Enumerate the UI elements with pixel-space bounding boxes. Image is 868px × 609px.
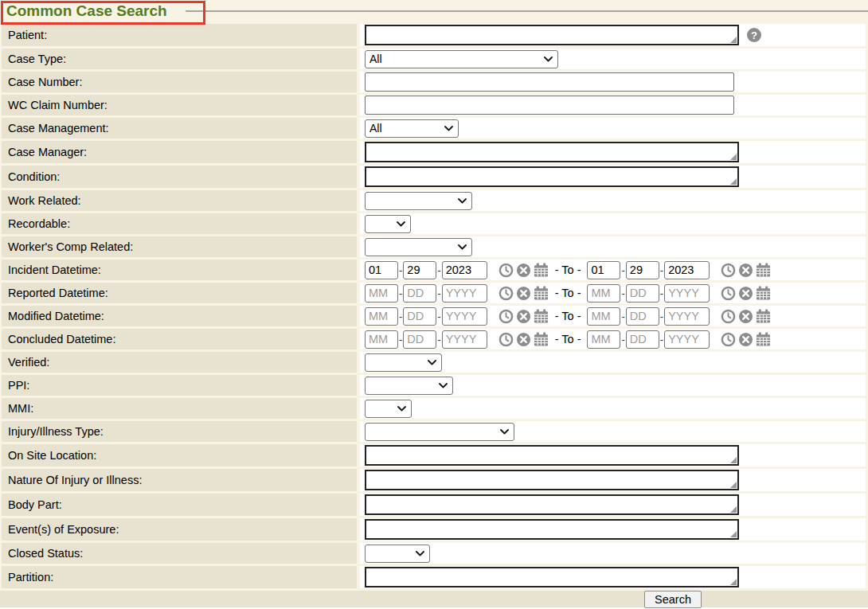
search-button[interactable]: Search [644,591,702,608]
date-separator: - [437,287,440,299]
concluded-to-month-input[interactable] [587,330,620,349]
calendar-icon[interactable] [756,263,771,278]
calendar-icon[interactable] [534,309,549,324]
patient-input[interactable] [365,25,739,45]
injury-illness-type-select[interactable] [365,423,514,441]
date-separator: - [621,264,624,276]
case-manager-input[interactable] [365,142,739,162]
field-cell [360,352,866,373]
clock-icon[interactable] [721,332,736,347]
reported-from-year-input[interactable] [442,284,487,303]
concluded-from-year-input[interactable] [442,330,487,349]
field-cell [360,398,866,419]
fieldset-line [186,10,868,12]
field-label: Patient: [2,24,357,46]
field-label: Modified Datetime: [2,306,357,326]
wc-claim-number-input[interactable] [365,96,734,115]
clock-icon[interactable] [499,332,514,347]
incident-from-day-input[interactable] [403,261,436,279]
field-label: Concluded Datetime: [2,329,357,349]
field-label: Worker's Comp Related: [2,236,357,257]
recordable-select[interactable] [365,215,411,233]
reported-to-day-input[interactable] [626,284,659,303]
clear-icon[interactable] [516,332,531,347]
field-cell: - - - To - - - [360,260,866,280]
case-management-select[interactable]: All [365,119,459,138]
modified-from-day-input[interactable] [403,307,436,326]
row-on-site-location: On Site Location: [0,444,868,467]
concluded-to-day-input[interactable] [626,330,659,349]
clear-icon[interactable] [738,332,753,347]
mmi-select[interactable] [365,400,412,418]
clock-icon[interactable] [721,263,736,278]
workers-comp-related-select[interactable] [365,238,472,256]
row-workers-comp-related: Worker's Comp Related: [0,236,868,257]
incident-to-day-input[interactable] [626,261,659,279]
events-of-exposure-textarea-wrap [365,519,739,540]
date-separator: - [660,310,663,322]
field-label: PPI: [2,375,357,396]
chevron-down-icon [444,126,453,131]
incident-from-year-input[interactable] [442,261,487,279]
reported-to-month-input[interactable] [587,284,620,303]
date-separator: - [399,287,402,299]
date-separator: - [399,310,402,322]
range-separator: - To - [555,264,581,276]
partition-input[interactable] [365,567,739,588]
incident-to-year-input[interactable] [664,261,710,279]
incident-to-month-input[interactable] [587,261,620,279]
concluded-from-month-input[interactable] [365,330,398,349]
concluded-to-year-input[interactable] [664,330,710,349]
modified-to-year-input[interactable] [664,307,710,326]
calendar-icon[interactable] [756,309,771,324]
clear-icon[interactable] [738,263,753,278]
calendar-icon[interactable] [534,332,549,347]
reported-to-year-input[interactable] [664,284,710,303]
date-separator: - [621,334,624,345]
condition-input[interactable] [365,166,739,187]
row-events-of-exposure: Event(s) of Exposure: [0,518,868,541]
row-injury-illness-type: Injury/Illness Type: [0,421,868,442]
field-label: On Site Location: [2,444,357,467]
field-cell [360,444,866,467]
calendar-icon[interactable] [534,286,549,301]
clear-icon[interactable] [516,309,531,324]
row-reported-datetime: Reported Datetime: - - - To - - - [0,283,868,303]
form-header: Common Case Search [0,0,868,24]
modified-to-day-input[interactable] [626,307,659,326]
clear-icon[interactable] [516,263,531,278]
field-label: Work Related: [2,190,357,211]
verified-select[interactable] [365,353,442,372]
clear-icon[interactable] [738,309,753,324]
concluded-from-day-input[interactable] [403,330,436,349]
body-part-input[interactable] [365,494,739,515]
modified-to-month-input[interactable] [587,307,620,326]
calendar-icon[interactable] [534,263,549,278]
modified-from-year-input[interactable] [442,307,487,326]
field-label: Injury/Illness Type: [2,421,357,442]
help-icon[interactable]: ? [747,28,761,42]
incident-from-month-input[interactable] [365,261,398,279]
clock-icon[interactable] [499,309,514,324]
events-of-exposure-input[interactable] [365,519,739,540]
case-type-select[interactable]: All [365,50,558,68]
clock-icon[interactable] [499,286,514,301]
calendar-icon[interactable] [756,286,771,301]
clear-icon[interactable] [516,286,531,301]
work-related-select[interactable] [365,192,472,210]
closed-status-select[interactable] [365,545,430,563]
date-separator: - [660,264,663,276]
row-closed-status: Closed Status: [0,543,868,564]
ppi-select[interactable] [365,377,453,395]
reported-from-month-input[interactable] [365,284,398,303]
reported-from-day-input[interactable] [403,284,436,303]
clock-icon[interactable] [499,263,514,278]
nature-of-injury-input[interactable] [365,470,739,490]
calendar-icon[interactable] [756,332,771,347]
clock-icon[interactable] [721,309,736,324]
on-site-location-input[interactable] [365,445,739,466]
case-number-input[interactable] [365,72,734,92]
modified-from-month-input[interactable] [365,307,398,326]
clear-icon[interactable] [738,286,753,301]
clock-icon[interactable] [721,286,736,301]
